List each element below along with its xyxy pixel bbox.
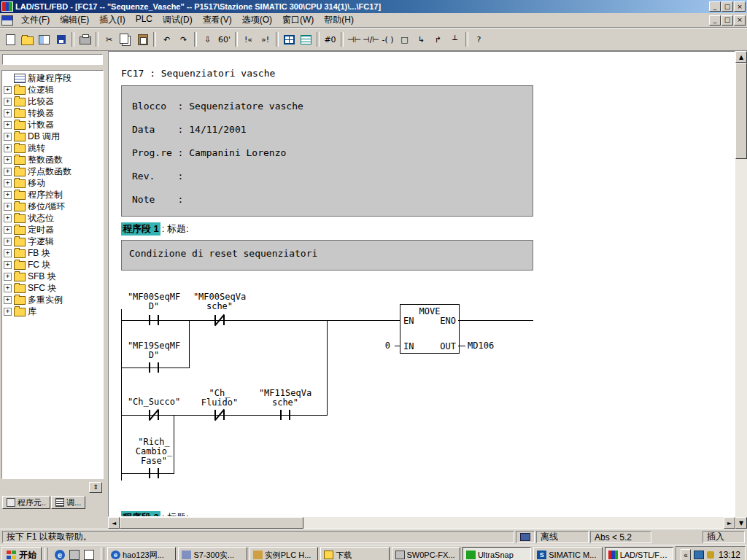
maximize-button[interactable]: □	[721, 1, 733, 12]
menu-item-1[interactable]: 编辑(E)	[55, 13, 94, 27]
help-select-button[interactable]: ?	[471, 31, 487, 47]
taskbar-task-3[interactable]: 下载	[320, 547, 389, 560]
sidebar-tab-0[interactable]: 程序元..	[2, 496, 50, 509]
volume-icon[interactable]	[707, 551, 714, 559]
contact-nc-button[interactable]: ⊣/⊢	[363, 31, 379, 47]
cut-button[interactable]: ✂	[101, 31, 117, 47]
next-error-button[interactable]: »!	[257, 31, 274, 47]
sidebar-filter-field[interactable]	[2, 54, 103, 65]
menu-item-0[interactable]: 文件(F)	[16, 13, 55, 27]
sidebar-item-13[interactable]: +定时器	[4, 224, 103, 236]
empty-box-button[interactable]: □	[396, 31, 413, 47]
contact-mf11seqvasche[interactable]	[279, 410, 291, 420]
menu-item-5[interactable]: 查看(V)	[198, 13, 237, 27]
lad-editor[interactable]: FC17 : Sequenziatori vasche Blocco : Seq…	[108, 51, 735, 517]
network-1-title-row[interactable]: 程序段 1 : 标题:	[121, 222, 189, 235]
menu-item-8[interactable]: 帮助(H)	[319, 13, 359, 27]
network-status-icon[interactable]	[694, 551, 704, 559]
taskbar-task-5[interactable]: UltraSnap	[462, 547, 531, 560]
expand-plus-icon[interactable]: +	[4, 203, 12, 211]
taskbar-task-1[interactable]: S7-300实...	[178, 547, 247, 560]
expand-plus-icon[interactable]: +	[4, 249, 12, 257]
tray-collapse-button[interactable]: «	[681, 549, 691, 560]
taskbar-task-6[interactable]: SSIMATIC M...	[533, 547, 602, 560]
quicklaunch-doc[interactable]	[82, 548, 96, 560]
quicklaunch-desktop[interactable]	[68, 548, 81, 560]
expand-plus-icon[interactable]: +	[4, 273, 12, 281]
taskbar-task-2[interactable]: 实例PLC H...	[249, 547, 318, 560]
taskbar-task-0[interactable]: ehao123网...	[107, 547, 176, 560]
menu-item-3[interactable]: PLC	[131, 13, 158, 27]
sidebar-item-3[interactable]: +转换器	[4, 107, 103, 119]
undo-button[interactable]: ↶	[158, 31, 175, 47]
sidebar-item-19[interactable]: +多重实例	[4, 294, 103, 306]
expand-plus-icon[interactable]: +	[4, 86, 12, 94]
expand-plus-icon[interactable]: +	[4, 226, 12, 234]
sidebar-item-12[interactable]: +状态位	[4, 212, 103, 224]
vscroll-thumb[interactable]	[735, 63, 747, 159]
move-instruction-box[interactable]: MOVE EN ENO IN OUT	[400, 304, 460, 354]
taskbar-task-4[interactable]: SW0PC-FX...	[392, 547, 460, 560]
sidebar-item-9[interactable]: +移动	[4, 177, 103, 189]
save-button[interactable]	[53, 31, 69, 47]
sidebar-tab-1[interactable]: 调...	[51, 496, 85, 509]
move-out-operand[interactable]: MD106	[468, 341, 494, 351]
sidebar-item-5[interactable]: +DB 调用	[4, 131, 103, 142]
scroll-down-button[interactable]: ▼	[735, 517, 747, 529]
sidebar-item-7[interactable]: +整数函数	[4, 154, 103, 166]
mdi-minimize-button[interactable]: _	[709, 15, 721, 26]
sidebar-item-8[interactable]: +浮点数函数	[4, 166, 103, 177]
print-button[interactable]	[77, 31, 93, 47]
expand-plus-icon[interactable]: +	[4, 168, 12, 176]
scroll-right-button[interactable]: ►	[724, 517, 735, 529]
menu-item-6[interactable]: 选项(O)	[237, 13, 277, 27]
contact-mf00seqmfd[interactable]	[148, 315, 160, 325]
open-branch-button[interactable]: ↳	[413, 31, 430, 47]
vertical-scrollbar[interactable]: ▲ ▼	[735, 51, 747, 529]
hscroll-track[interactable]	[120, 517, 724, 529]
sidebar-item-0[interactable]: 新建程序段	[4, 72, 103, 84]
sidebar-item-10[interactable]: +程序控制	[4, 189, 103, 201]
contact-no-button[interactable]: ⊣⊢	[346, 31, 363, 47]
expand-plus-icon[interactable]: +	[4, 191, 12, 199]
mdi-child-icon[interactable]	[1, 15, 13, 26]
menu-item-4[interactable]: 调试(D)	[158, 13, 198, 27]
expand-plus-icon[interactable]: +	[4, 296, 12, 304]
new-button[interactable]	[2, 31, 19, 47]
contact-rich-cambio-fase[interactable]	[148, 468, 160, 478]
expand-plus-icon[interactable]: +	[4, 214, 12, 222]
contact-ch-succo[interactable]	[148, 410, 160, 420]
overview-button[interactable]	[281, 31, 298, 47]
expand-plus-icon[interactable]: +	[4, 308, 12, 316]
horizontal-scrollbar[interactable]: ◄ ►	[108, 517, 735, 529]
network-2-title-row[interactable]: 程序段 2 : 标题:	[121, 511, 189, 517]
network-2-label[interactable]: 程序段 2	[121, 511, 160, 518]
monitor-button[interactable]: 60'	[216, 31, 233, 47]
contact-mf19seqmfd[interactable]	[148, 362, 160, 373]
copy-button[interactable]	[117, 31, 134, 47]
sidebar-item-1[interactable]: +位逻辑	[4, 84, 103, 96]
sidebar-item-20[interactable]: +库	[4, 306, 103, 317]
start-button[interactable]: 开始	[1, 547, 42, 560]
close-branch-button[interactable]: ↱	[430, 31, 446, 47]
expand-plus-icon[interactable]: +	[4, 261, 12, 269]
minimize-button[interactable]: _	[709, 1, 721, 12]
quicklaunch-ie[interactable]: e	[53, 548, 66, 560]
scroll-up-button[interactable]: ▲	[735, 51, 747, 63]
blocks-button[interactable]	[36, 31, 53, 47]
sidebar-item-15[interactable]: +FB 块	[4, 247, 103, 259]
download-button[interactable]: ⇩	[199, 31, 216, 47]
coil-button[interactable]: -( )	[379, 31, 396, 47]
sidebar-item-16[interactable]: +FC 块	[4, 259, 103, 271]
prev-error-button[interactable]: !«	[240, 31, 257, 47]
menu-item-2[interactable]: 插入(I)	[94, 13, 130, 27]
sidebar-item-4[interactable]: +计数器	[4, 119, 103, 131]
sidebar-item-18[interactable]: +SFC 块	[4, 282, 103, 294]
insert-network-button[interactable]: ┴	[446, 31, 463, 47]
expand-plus-icon[interactable]: +	[4, 144, 12, 152]
network-1-label[interactable]: 程序段 1	[121, 222, 160, 236]
catalog-button[interactable]	[298, 31, 314, 47]
mdi-restore-button[interactable]: □	[721, 15, 733, 26]
block-header-comment[interactable]: Blocco : Sequenziatore vasche Data : 14/…	[121, 85, 533, 217]
address-id-button[interactable]: #0	[322, 31, 338, 47]
